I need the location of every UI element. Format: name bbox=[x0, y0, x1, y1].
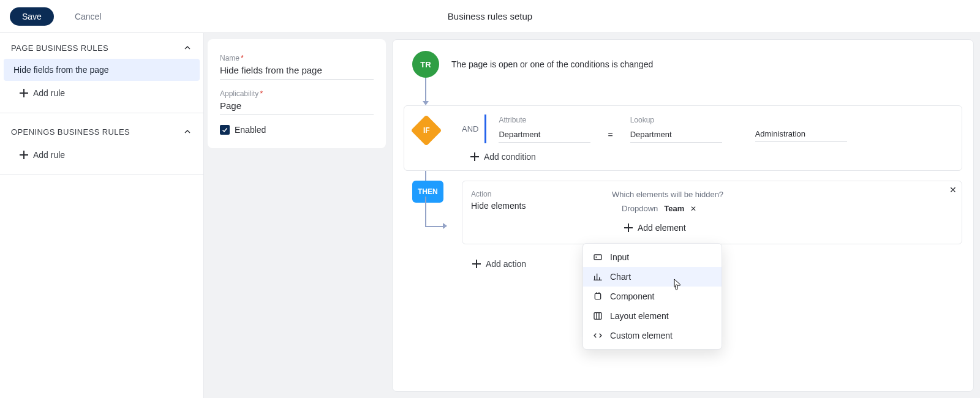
action-card: ✕ Action Hide elements Which elements wi… bbox=[462, 181, 962, 244]
name-field[interactable]: Hide fields from the page bbox=[220, 62, 374, 80]
operator-equals[interactable]: = bbox=[603, 130, 617, 140]
svg-rect-2 bbox=[594, 313, 601, 320]
sidebar-add-label: Add rule bbox=[33, 88, 65, 98]
add-condition-button[interactable]: Add condition bbox=[470, 152, 954, 162]
svg-rect-0 bbox=[594, 255, 601, 260]
add-element-button[interactable]: Add element bbox=[624, 223, 723, 233]
trigger-text: The page is open or one of the condition… bbox=[451, 59, 653, 69]
condition-left-cell[interactable]: Attribute Department bbox=[499, 116, 590, 143]
condition-right-value-cell[interactable]: Administration bbox=[755, 116, 847, 142]
condition-right-label: Lookup bbox=[630, 116, 722, 124]
layout-icon bbox=[593, 311, 603, 321]
flow-canvas: TR The page is open or one of the condit… bbox=[390, 33, 980, 398]
if-block: IF AND Attribute Department = Lookup Dep… bbox=[404, 105, 962, 171]
code-icon bbox=[593, 331, 603, 340]
chevron-up-icon bbox=[183, 127, 192, 137]
sidebar-item-rule[interactable]: Hide fields from the page bbox=[4, 59, 200, 81]
plus-icon bbox=[20, 151, 28, 159]
divider bbox=[0, 175, 203, 175]
condition-left-label: Attribute bbox=[499, 116, 590, 124]
add-action-label: Add action bbox=[486, 259, 526, 269]
menu-item-input[interactable]: Input bbox=[583, 247, 722, 267]
sidebar-section-page-rules[interactable]: PAGE BUSINESS RULES bbox=[0, 33, 203, 59]
save-button[interactable]: Save bbox=[10, 7, 54, 26]
element-tag-type: Dropdown bbox=[622, 204, 658, 213]
plus-icon bbox=[472, 260, 481, 268]
plus-icon bbox=[470, 152, 479, 161]
action-value[interactable]: Hide elements bbox=[471, 201, 575, 211]
sidebar-add-label: Add rule bbox=[33, 150, 65, 160]
condition-right-type-cell[interactable]: Lookup Department bbox=[630, 116, 722, 143]
trigger-row: TR The page is open or one of the condit… bbox=[412, 51, 962, 78]
add-condition-label: Add condition bbox=[484, 152, 536, 162]
enabled-label: Enabled bbox=[235, 125, 266, 135]
menu-item-label: Custom element bbox=[610, 331, 673, 340]
element-type-menu: Input Chart Component Layout element Cus… bbox=[582, 243, 722, 350]
sidebar: PAGE BUSINESS RULES Hide fields from the… bbox=[0, 33, 204, 398]
sidebar-section-title: OPENINGS BUSINESS RULES bbox=[11, 127, 130, 137]
applicability-field[interactable]: Page bbox=[220, 98, 374, 115]
if-badge: IF bbox=[411, 115, 442, 146]
menu-item-layout[interactable]: Layout element bbox=[583, 306, 722, 326]
then-area: THEN ✕ Action Hide elements Which elemen… bbox=[404, 181, 962, 244]
flow-canvas-inner: TR The page is open or one of the condit… bbox=[392, 39, 974, 392]
plus-icon bbox=[20, 89, 28, 97]
arrow-right-icon bbox=[443, 223, 447, 229]
plus-icon bbox=[624, 223, 633, 232]
add-element-label: Add element bbox=[638, 223, 686, 233]
divider bbox=[0, 113, 203, 113]
name-label: Name* bbox=[220, 54, 374, 62]
enabled-checkbox-row[interactable]: Enabled bbox=[220, 125, 374, 135]
connector-line bbox=[425, 171, 426, 181]
svg-rect-1 bbox=[595, 293, 600, 299]
condition-row: AND Attribute Department = Lookup Depart… bbox=[459, 115, 954, 143]
menu-item-chart[interactable]: Chart bbox=[583, 267, 722, 287]
remove-tag-icon[interactable]: ✕ bbox=[690, 205, 696, 213]
component-icon bbox=[593, 291, 603, 301]
elements-column: Which elements will be hidden? Dropdown … bbox=[612, 190, 723, 233]
input-icon bbox=[593, 252, 603, 262]
menu-item-label: Layout element bbox=[610, 311, 669, 321]
close-icon[interactable]: ✕ bbox=[949, 185, 957, 195]
trigger-badge: TR bbox=[412, 51, 439, 78]
sidebar-add-rule-page[interactable]: Add rule bbox=[0, 81, 203, 109]
logic-operator[interactable]: AND bbox=[459, 115, 486, 143]
condition-left-value[interactable]: Department bbox=[499, 128, 590, 143]
chart-icon bbox=[593, 272, 603, 282]
sidebar-section-openings-rules[interactable]: OPENINGS BUSINESS RULES bbox=[0, 117, 203, 143]
menu-item-label: Input bbox=[610, 252, 629, 262]
topbar: Save Cancel Business rules setup bbox=[0, 0, 980, 33]
connector-line bbox=[425, 78, 426, 101]
menu-item-label: Component bbox=[610, 291, 654, 301]
elements-question: Which elements will be hidden? bbox=[612, 190, 723, 199]
rule-form-card: Name* Hide fields from the page Applicab… bbox=[208, 39, 386, 148]
menu-item-custom[interactable]: Custom element bbox=[583, 326, 722, 345]
element-tag: Dropdown Team ✕ bbox=[612, 204, 723, 213]
sidebar-add-rule-openings[interactable]: Add rule bbox=[0, 143, 203, 171]
connector-elbow bbox=[425, 197, 443, 227]
sidebar-section-title: PAGE BUSINESS RULES bbox=[11, 43, 108, 53]
form-column: Name* Hide fields from the page Applicab… bbox=[204, 33, 390, 398]
cancel-button[interactable]: Cancel bbox=[71, 11, 105, 22]
element-tag-name: Team bbox=[664, 204, 684, 213]
chevron-up-icon bbox=[183, 43, 192, 53]
checkbox-checked-icon[interactable] bbox=[220, 125, 230, 135]
condition-right-lookup[interactable]: Department bbox=[630, 128, 722, 143]
applicability-label: Applicability* bbox=[220, 89, 374, 98]
condition-right-value[interactable]: Administration bbox=[755, 127, 847, 142]
action-column: Action Hide elements bbox=[471, 190, 575, 233]
action-label: Action bbox=[471, 190, 575, 198]
menu-item-component[interactable]: Component bbox=[583, 287, 722, 306]
page-title: Business rules setup bbox=[0, 11, 980, 21]
arrow-down-icon bbox=[423, 101, 429, 105]
menu-item-label: Chart bbox=[610, 272, 631, 282]
